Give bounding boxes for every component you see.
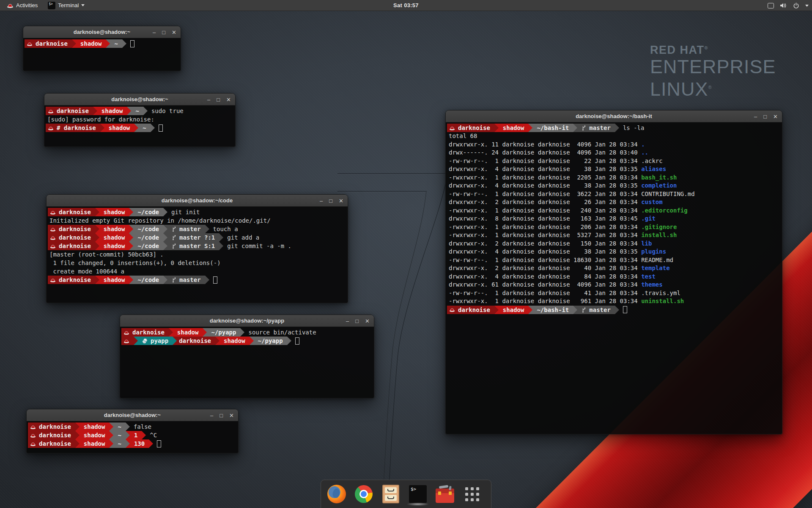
clock[interactable]: Sat 03:57 — [393, 2, 419, 8]
maximize-button[interactable]: □ — [763, 113, 767, 120]
dock-item-show-applications[interactable] — [462, 483, 482, 505]
redhat-icon — [123, 330, 129, 335]
chevron-down-icon — [81, 4, 85, 6]
app-grid-icon — [465, 487, 479, 501]
ls-row: -rw-rw-r--. 1 darknoise darknoise 3622 J… — [447, 190, 782, 199]
minimize-button[interactable]: – — [320, 198, 323, 204]
window-title: darknoise@shadow:~/code — [162, 197, 233, 204]
prompt-line: darknoise shadow ~/bash-it master ls -la — [447, 124, 782, 132]
minimize-button[interactable]: – — [207, 97, 210, 103]
window-titlebar[interactable]: darknoise@shadow:~/code – □ ✕ — [47, 195, 348, 207]
redhat-icon — [27, 41, 33, 46]
branding-red-hat: RED HAT® — [650, 44, 776, 57]
close-button[interactable]: ✕ — [172, 29, 176, 36]
prompt-line: darknoise shadow ~ sudo true — [46, 107, 235, 115]
terminal-window-pyapp: darknoise@shadow:~/pyapp – □ ✕ darknoise… — [120, 315, 374, 398]
close-button[interactable]: ✕ — [365, 318, 370, 324]
terminal-cursor — [130, 40, 134, 47]
dock-item-firefox[interactable] — [327, 483, 346, 505]
redhat-icon — [50, 278, 56, 282]
maximize-button[interactable]: □ — [329, 198, 332, 204]
dock-item-chrome[interactable] — [354, 483, 373, 505]
prompt-line: darknoise shadow ~ 1 ^C — [28, 431, 238, 439]
window-title: darknoise@shadow:~/bash-it — [576, 113, 652, 119]
minimize-button[interactable]: – — [754, 113, 757, 120]
redhat-logo-icon — [7, 3, 14, 8]
maximize-button[interactable]: □ — [162, 29, 165, 36]
window-titlebar[interactable]: darknoise@shadow:~ – □ ✕ — [44, 94, 235, 105]
ls-row: -rwxrwxr-x. 1 darknoise darknoise 240 Ja… — [447, 207, 782, 215]
dock-item-toolbox[interactable] — [435, 483, 455, 505]
maximize-button[interactable]: □ — [219, 412, 223, 419]
file-cabinet-icon — [382, 485, 399, 503]
ls-row: -rw-rw-r--. 1 darknoise darknoise 18630 … — [447, 256, 782, 265]
terminal-content[interactable]: darknoise shadow ~ false darknoise shado… — [27, 421, 238, 453]
window-titlebar[interactable]: darknoise@shadow:~ – □ ✕ — [27, 409, 238, 421]
ls-row: drwxrwxr-x. 61 darknoise darknoise 4096 … — [447, 281, 782, 289]
display-icon[interactable] — [768, 3, 774, 8]
branding-enterprise: ENTERPRISE — [650, 57, 776, 77]
volume-icon[interactable] — [780, 3, 787, 8]
close-button[interactable]: ✕ — [226, 97, 231, 103]
ls-row: drwxrwxr-x. 2 darknoise darknoise 150 Ja… — [447, 240, 782, 248]
toolbox-icon — [436, 489, 454, 503]
minimize-button[interactable]: – — [153, 29, 156, 36]
output-line: [master (root-commit) 50bcb63] . — [48, 250, 348, 259]
dock-item-files[interactable] — [381, 483, 401, 505]
command-text: git add a — [227, 233, 259, 242]
running-app-indicator — [406, 502, 429, 506]
prompt-line-root: # darknoise shadow ~ — [46, 124, 235, 132]
window-titlebar[interactable]: darknoise@shadow:~/bash-it – □ ✕ — [446, 110, 782, 122]
redhat-icon — [48, 126, 54, 130]
redhat-icon — [30, 442, 36, 446]
close-button[interactable]: ✕ — [773, 113, 778, 120]
terminal-window-home-2: darknoise@shadow:~ – □ ✕ darknoise shado… — [26, 409, 239, 453]
close-button[interactable]: ✕ — [229, 412, 234, 419]
output-line: [sudo] password for darknoise: — [46, 115, 235, 124]
ls-row: drwxrwxr-x. 4 darknoise darknoise 84 Jan… — [447, 273, 782, 281]
terminal-content[interactable]: darknoise shadow ~ sudo true [sudo] pass… — [44, 105, 235, 146]
prompt-line: darknoise shadow ~/bash-it master — [447, 306, 782, 314]
terminal-cursor — [159, 124, 163, 132]
terminal-content[interactable]: darknoise shadow ~/bash-it master ls -la… — [446, 122, 782, 434]
git-branch-icon — [172, 226, 176, 232]
close-button[interactable]: ✕ — [339, 198, 343, 204]
terminal-content[interactable]: darknoise shadow ~/pyapp source bin/acti… — [120, 327, 374, 398]
terminal-cursor — [213, 276, 217, 284]
maximize-button[interactable]: □ — [355, 318, 359, 324]
ls-row: -rwxrwxr-x. 1 darknoise darknoise 961 Ja… — [447, 297, 782, 306]
redhat-icon — [449, 126, 455, 130]
power-icon[interactable] — [793, 3, 799, 9]
redhat-icon — [449, 307, 455, 312]
redhat-icon — [50, 210, 56, 215]
system-menu-chevron-icon[interactable] — [805, 5, 809, 7]
dock-item-terminal[interactable]: $> — [408, 483, 428, 505]
redhat-icon — [30, 433, 36, 438]
window-title: darknoise@shadow:~/pyapp — [210, 318, 284, 324]
prompt-line: darknoise shadow ~/pyapp source bin/acti… — [121, 328, 374, 337]
prompt-line: darknoise shadow ~/code master touch a — [48, 225, 348, 233]
minimize-button[interactable]: – — [346, 318, 349, 324]
ls-row: -rwxrwxr-x. 1 darknoise darknoise 2205 J… — [447, 174, 782, 182]
terminal-content[interactable]: darknoise shadow ~ — [23, 38, 181, 71]
firefox-icon — [327, 485, 346, 503]
terminal-content[interactable]: darknoise shadow ~/code git init Initial… — [47, 207, 348, 303]
redhat-icon — [50, 244, 56, 248]
redhat-icon — [123, 339, 129, 343]
command-text: touch a — [213, 225, 238, 233]
window-title: darknoise@shadow:~ — [74, 29, 130, 35]
activities-button[interactable]: Activities — [3, 0, 41, 11]
ls-row: drwxrwxr-x. 4 darknoise darknoise 38 Jan… — [447, 182, 782, 190]
app-menu-terminal[interactable]: $> Terminal — [44, 0, 88, 11]
window-title: darknoise@shadow:~ — [104, 412, 161, 418]
ls-row: -rw-rw-r--. 1 darknoise darknoise 22 Jan… — [447, 157, 782, 166]
git-branch-icon — [172, 243, 176, 249]
minimize-button[interactable]: – — [210, 412, 213, 419]
window-titlebar[interactable]: darknoise@shadow:~ – □ ✕ — [23, 26, 181, 38]
ls-total-line: total 68 — [447, 132, 782, 141]
exit-code-segment: 1 — [130, 431, 142, 439]
maximize-button[interactable]: □ — [217, 97, 220, 103]
window-titlebar[interactable]: darknoise@shadow:~/pyapp – □ ✕ — [120, 315, 374, 327]
command-text: sudo true — [151, 107, 184, 115]
output-line: 1 file changed, 0 insertions(+), 0 delet… — [48, 259, 348, 267]
